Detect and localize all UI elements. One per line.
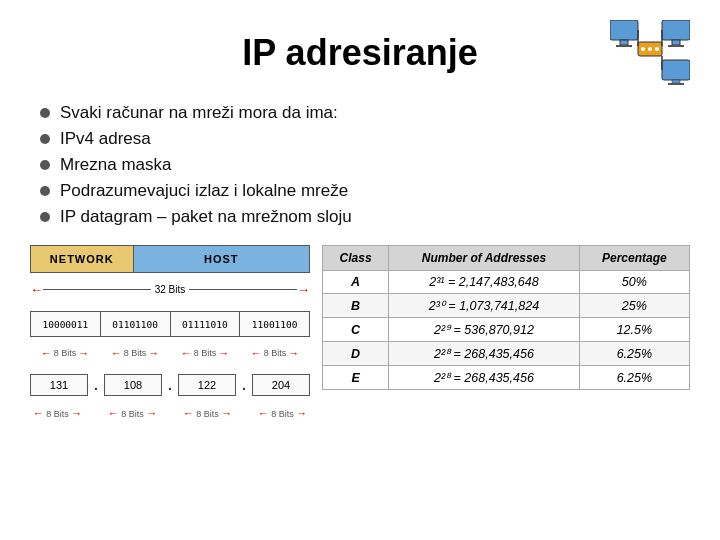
binary-cell-1: 01101100	[101, 312, 171, 336]
svg-point-10	[641, 47, 645, 51]
bits-arrow-seg-1: ← 8 Bits →	[100, 347, 170, 359]
class-cell: C	[323, 318, 389, 342]
svg-rect-6	[662, 60, 690, 80]
percentage-cell: 25%	[579, 294, 689, 318]
four-arrows-row: ← 8 Bits → ← 8 Bits → ← 8 Bits → ← 8 Bit…	[30, 347, 310, 359]
formula-cell: 2³¹ = 2,147,483,648	[389, 271, 580, 294]
binary-row: 10000011 01101100 01111010 11001100	[30, 311, 310, 337]
percentage-cell: 6.25%	[579, 366, 689, 390]
slide: IP adresiranje	[0, 0, 720, 540]
svg-rect-7	[672, 80, 680, 83]
bullet-list: Svaki računar na mreži mora da ima: IPv4…	[30, 103, 690, 227]
formula-cell: 2³⁰ = 1,073,741,824	[389, 294, 580, 318]
col-header-percentage: Percentage	[579, 246, 689, 271]
class-cell: D	[323, 342, 389, 366]
bits-arrow-seg-0: ← 8 Bits →	[30, 347, 100, 359]
address-table: Class Number of Addresses Percentage A 2…	[322, 245, 690, 390]
list-item: IP datagram – paket na mrežnom sloju	[40, 207, 690, 227]
svg-rect-8	[668, 83, 684, 85]
table-row: D 2²⁸ = 268,435,456 6.25%	[323, 342, 690, 366]
table-row: C 2²⁹ = 536,870,912 12.5%	[323, 318, 690, 342]
binary-cell-0: 10000011	[31, 312, 101, 336]
list-item: Mrezna maska	[40, 155, 690, 175]
table-row: A 2³¹ = 2,147,483,648 50%	[323, 271, 690, 294]
svg-point-12	[655, 47, 659, 51]
diagrams-row: NETWORK HOST ← 32 Bits → 10000011 011011…	[30, 245, 690, 419]
svg-rect-4	[672, 40, 680, 45]
bullet-icon	[40, 212, 50, 222]
binary-cell-3: 11001100	[240, 312, 309, 336]
bullet-icon	[40, 134, 50, 144]
svg-rect-2	[616, 45, 632, 47]
bits-arrow-seg-3: ← 8 Bits →	[240, 347, 310, 359]
network-label: NETWORK	[31, 246, 134, 272]
dec-bottom-arrows: ← 8 Bits → ← 8 Bits → ← 8 Bits →	[30, 407, 310, 419]
address-table-container: Class Number of Addresses Percentage A 2…	[322, 245, 690, 390]
svg-rect-3	[662, 20, 690, 40]
table-row: E 2²⁸ = 268,435,456 6.25%	[323, 366, 690, 390]
percentage-cell: 50%	[579, 271, 689, 294]
col-header-class: Class	[323, 246, 389, 271]
bullet-icon	[40, 160, 50, 170]
svg-rect-0	[610, 20, 638, 40]
decimal-cell-3: 204	[252, 374, 310, 396]
decimal-row: 131 . 108 . 122 . 204	[30, 373, 310, 397]
network-topology-icon	[610, 20, 690, 85]
binary-cell-2: 01111010	[171, 312, 241, 336]
formula-cell: 2²⁸ = 268,435,456	[389, 366, 580, 390]
bullet-icon	[40, 186, 50, 196]
bits-arrow-seg-2: ← 8 Bits →	[170, 347, 240, 359]
formula-cell: 2²⁹ = 536,870,912	[389, 318, 580, 342]
page-title: IP adresiranje	[110, 32, 610, 74]
svg-point-11	[648, 47, 652, 51]
svg-rect-5	[668, 45, 684, 47]
left-diagram: NETWORK HOST ← 32 Bits → 10000011 011011…	[30, 245, 310, 419]
list-item: IPv4 adresa	[40, 129, 690, 149]
decimal-cell-2: 122	[178, 374, 236, 396]
host-label: HOST	[134, 246, 309, 272]
bits-arrow: ← 32 Bits →	[30, 282, 310, 297]
decimal-cell-0: 131	[30, 374, 88, 396]
table-row: B 2³⁰ = 1,073,741,824 25%	[323, 294, 690, 318]
nh-bar: NETWORK HOST	[30, 245, 310, 273]
decimal-cell-1: 108	[104, 374, 162, 396]
list-item: Podrazumevajuci izlaz i lokalne mreže	[40, 181, 690, 201]
class-cell: E	[323, 366, 389, 390]
formula-cell: 2²⁸ = 268,435,456	[389, 342, 580, 366]
svg-rect-1	[620, 40, 628, 45]
bullet-icon	[40, 108, 50, 118]
percentage-cell: 6.25%	[579, 342, 689, 366]
header: IP adresiranje	[30, 20, 690, 85]
list-item: Svaki računar na mreži mora da ima:	[40, 103, 690, 123]
class-cell: A	[323, 271, 389, 294]
class-cell: B	[323, 294, 389, 318]
percentage-cell: 12.5%	[579, 318, 689, 342]
col-header-addresses: Number of Addresses	[389, 246, 580, 271]
